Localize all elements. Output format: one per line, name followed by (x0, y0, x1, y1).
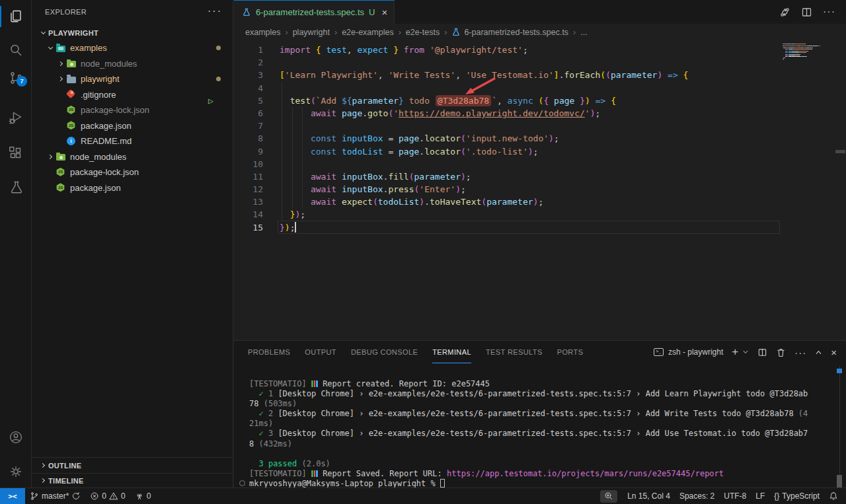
folder-examples-icon (56, 43, 69, 54)
code-line-3: ['Learn Playwright', 'Write Tests', 'Use… (280, 69, 688, 81)
breadcrumb-item[interactable]: ... (580, 28, 587, 37)
search-icon[interactable] (0, 37, 32, 63)
breadcrumb-item[interactable]: playwright (293, 28, 330, 37)
open-changes-icon[interactable] (779, 7, 790, 18)
status-bar-right: Ln 15, Col 4 Spaces: 2 UTF-8 LF {} TypeS… (600, 488, 846, 504)
zoom-indicator[interactable] (600, 490, 617, 503)
panel-tab-terminal[interactable]: TERMINAL (432, 341, 471, 363)
command-decoration-icon[interactable] (239, 480, 245, 486)
folder-node-icon (66, 58, 79, 69)
chart-icon (311, 380, 318, 387)
chevron-up-icon[interactable] (815, 349, 822, 356)
panel-tab-debug-console[interactable]: DEBUG CONSOLE (351, 341, 418, 363)
beaker-icon (451, 28, 461, 37)
tree-item-node_modules[interactable]: node_modules (32, 149, 233, 165)
scm-badge: 7 (17, 76, 27, 87)
text-cursor (295, 222, 296, 233)
notifications-item[interactable] (824, 488, 846, 504)
tree-item-.gitignore[interactable]: .gitignore (32, 87, 233, 103)
new-terminal-icon[interactable]: + (732, 345, 738, 359)
chevron-right-icon[interactable] (56, 74, 66, 85)
json-icon: JS (66, 105, 79, 116)
tree-item-package-lock.json[interactable]: JSpackage-lock.json (32, 164, 233, 180)
line-number: 9 (234, 145, 263, 158)
git-branch-item[interactable]: master* (25, 488, 85, 504)
breadcrumb-item[interactable]: examples (245, 28, 281, 37)
panel-tab-problems[interactable]: PROBLEMS (248, 341, 290, 363)
split-editor-icon[interactable] (801, 7, 812, 18)
workspace-root-row[interactable]: PLAYWRIGHT (32, 25, 233, 40)
ports-item[interactable]: 0 (130, 488, 156, 504)
sync-icon (71, 491, 81, 501)
timeline-section[interactable]: TIMELINE (32, 473, 233, 487)
tab-spec-file[interactable]: 6-parametrized-tests.spec.ts U × (234, 0, 395, 24)
accounts-icon[interactable] (0, 424, 32, 450)
more-actions-icon[interactable]: ··· (794, 347, 806, 358)
settings-gear-icon[interactable] (0, 458, 32, 485)
code-line-7 (280, 120, 688, 132)
tree-item-label: package-lock.json (70, 167, 139, 177)
breadcrumb: examples›playwright›e2e-examples›e2e-tes… (234, 24, 846, 40)
line-number: 14 (234, 208, 263, 221)
explorer-icon[interactable] (0, 3, 32, 30)
close-icon[interactable]: × (381, 7, 387, 18)
chevron-down-icon[interactable] (742, 349, 749, 355)
breadcrumb-separator: › (573, 28, 576, 37)
terminal-line: 78 (503ms) (234, 399, 846, 409)
terminal-line: ✓ 3 [Desktop Chrome] › e2e-examples/e2e-… (234, 429, 846, 439)
trash-icon[interactable] (776, 347, 786, 357)
outline-section[interactable]: OUTLINE (32, 457, 233, 473)
split-terminal-icon[interactable] (757, 347, 767, 357)
breadcrumb-item[interactable]: e2e-examples (342, 28, 394, 37)
remote-indicator[interactable]: >< (0, 488, 25, 504)
chevron-right-icon (38, 476, 48, 486)
run-test-icon[interactable]: ▷ (208, 96, 213, 106)
problems-item[interactable]: 0 0 (85, 488, 130, 504)
tree-item-examples[interactable]: examples (32, 40, 233, 56)
source-control-icon[interactable] (0, 65, 32, 91)
code-line-6: await page.goto('https://demo.playwright… (280, 107, 688, 120)
bell-icon (829, 491, 838, 501)
breadcrumb-item[interactable]: 6-parametrized-tests.spec.ts (464, 28, 568, 37)
eol[interactable]: LF (751, 488, 769, 504)
chevron-right-icon[interactable] (45, 151, 56, 162)
terminal-output[interactable]: [TESTOMATIO] Report created. Report ID: … (234, 379, 846, 489)
code-editor[interactable]: 123456789101112131415 ▷ import { test, e… (234, 40, 846, 340)
run-debug-icon[interactable] (0, 104, 32, 131)
tree-item-label: package-lock.json (81, 105, 149, 115)
chevron-down-icon[interactable] (45, 43, 56, 54)
chevron-right-icon[interactable] (56, 58, 66, 69)
language-mode[interactable]: {} TypeScript (769, 488, 824, 504)
testing-icon[interactable] (0, 174, 32, 201)
tree-item-package-lock.json[interactable]: JSpackage-lock.json (32, 102, 233, 118)
terminal-label[interactable]: zsh - playwright (668, 347, 723, 357)
sidebar-more-actions-icon[interactable]: ··· (208, 5, 222, 17)
chevron-spacer (56, 120, 66, 131)
tree-item-label: node_modules (81, 59, 137, 69)
close-panel-icon[interactable]: × (831, 347, 837, 358)
editor-group: 6-parametrized-tests.spec.ts U × ··· exa… (234, 0, 846, 340)
tree-item-node_modules[interactable]: node_modules (32, 56, 233, 72)
indentation[interactable]: Spaces: 2 (675, 488, 719, 504)
panel-tab-output[interactable]: OUTPUT (305, 341, 336, 363)
json-icon: JS (66, 120, 79, 131)
panel-tab-ports[interactable]: PORTS (557, 341, 584, 363)
tree-item-package.json[interactable]: JSpackage.json (32, 118, 233, 134)
terminal-line: 21ms) (234, 419, 846, 429)
encoding[interactable]: UTF-8 (719, 488, 751, 504)
tree-item-package.json[interactable]: JSpackage.json (32, 180, 233, 196)
tree-item-README.md[interactable]: iREADME.md (32, 133, 233, 149)
panel-tab-test-results[interactable]: TEST RESULTS (486, 341, 543, 363)
explorer-sidebar: EXPLORER ··· PLAYWRIGHT examplesnode_mod… (32, 0, 233, 487)
extensions-icon[interactable] (0, 140, 32, 166)
tree-item-playwright[interactable]: playwright (32, 71, 233, 87)
terminal-scrollbar-track (839, 366, 840, 488)
breadcrumb-item[interactable]: e2e-tests (406, 28, 440, 37)
minimap[interactable] (783, 44, 824, 70)
chevron-spacer (45, 182, 56, 193)
terminal-scrollbar-thumb[interactable] (837, 475, 842, 488)
tree-item-label: package.json (70, 183, 121, 193)
cursor-position[interactable]: Ln 15, Col 4 (623, 488, 675, 504)
terminal-line: 8 (432ms) (234, 439, 846, 449)
more-actions-icon[interactable]: ··· (823, 6, 835, 18)
